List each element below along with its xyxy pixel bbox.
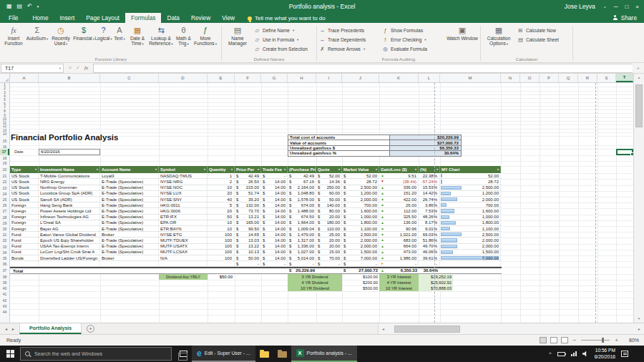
table-row[interactable]: US StockNorthrop GrummanE-Trade (Specula… [0,185,502,191]
cell-account[interactable]: E-Trade (Speculative) [100,197,159,202]
cell-symbol[interactable]: N/A [159,255,208,260]
table-total-row[interactable]: Total$20,229.99$27,000.72▲6,350.3330.64% [0,267,502,274]
cell-symbol[interactable]: NYSE:SNY [159,197,208,202]
create-from-selection-button[interactable]: ▱ Create from Selection [253,44,314,54]
page-break-view-button[interactable] [561,337,568,343]
table-column-header[interactable]: Trade Fee▾ [261,166,288,174]
cell-symbol[interactable]: ETR:IFX [159,215,208,220]
cell-chart[interactable]: 2,000.00 [440,197,501,202]
column-header-L[interactable]: L [419,74,440,82]
cell-qty[interactable]: 10 [208,226,235,231]
cell-name[interactable]: Epoch US Eqty Shareholder [39,238,100,243]
cell-symbol[interactable]: EPA:OR [159,220,208,225]
cell-name[interactable]: NRG Energy [39,179,100,184]
table-row[interactable]: ForeignHang Seng BankE-Trade (Speculativ… [0,202,502,208]
row-header-44[interactable]: 44 [0,309,9,315]
signed-in-user[interactable]: Jose Leyva [565,3,595,10]
row-header-20[interactable]: 20 [0,166,9,174]
cell-qty[interactable]: 20 [208,191,235,196]
cell-qty[interactable]: 100 [208,255,235,260]
row-header-41[interactable]: 41 [0,291,9,297]
table-column-header[interactable]: (Purchase Price)▾ [288,166,316,174]
cell-gain[interactable]: ▲112.00 [379,208,419,213]
dividend-label-cell[interactable]: 3 YR Dividend [288,274,342,280]
cell-price[interactable]: $13.21 [235,215,261,220]
table-row[interactable]: US StockSanofi SA (ADR)E-Trade (Speculat… [0,197,502,202]
cancel-icon[interactable]: × [69,65,72,71]
cell-symbol[interactable]: MUTF:LCSAX [159,250,208,255]
cell-account[interactable]: E-Trade (Speculative) [100,238,159,243]
taskbar-app-folder[interactable] [273,346,291,362]
cell-type[interactable]: Fund [10,232,39,237]
cell-chart[interactable]: 1,600.00 [440,208,501,213]
row-header-33[interactable]: 33 [0,244,9,250]
row-header-30[interactable]: 30 [0,226,9,232]
table-column-header[interactable]: MY Chart▾ [440,166,501,174]
formula-input[interactable] [93,64,633,73]
cell-type[interactable]: Foreign [10,202,39,207]
row-header-31[interactable]: 31 [0,232,9,238]
cell-price[interactable]: $39.20 [235,197,261,202]
column-header-C[interactable]: C [100,74,159,82]
date-time-button[interactable]: ▦ Date & Time▾ [127,24,148,56]
financial-button[interactable]: $ Financial▾ [73,24,94,56]
logical-button[interactable]: ? Logical▾ [94,24,112,56]
cell-chart[interactable]: 1,500.00 [440,250,501,255]
cell-quote[interactable]: $50.00 [316,197,342,202]
cell-quote[interactable]: $250.00 [316,185,342,190]
cell-quote[interactable]: $52.00 [316,173,342,178]
cell-pct[interactable]: 9.01% [419,226,440,231]
battery-icon[interactable] [557,352,565,356]
cell-qty[interactable]: 100 [208,232,235,237]
scroll-right-icon[interactable]: ► [635,327,644,331]
cell-gain[interactable]: ▲1,986.00 [379,255,419,260]
horizontal-scrollbar[interactable]: ◄ ► [378,323,644,334]
cell-market[interactable]: $2,000.00 [342,197,379,202]
row-header-18[interactable]: 18 [0,155,9,162]
cell-quote[interactable]: $- [316,261,342,266]
maximize-button[interactable]: □ [625,4,628,10]
table-column-header[interactable]: Gain/Loss ($)▾ [379,166,419,174]
cell-qty[interactable]: 100 [208,244,235,249]
dividend-value-cell[interactable]: $100.00 [342,274,379,280]
cell-chart[interactable]: 2,000.00 [440,238,501,243]
cell-purchase[interactable]: $1,479.00 [288,232,316,237]
cell-qty[interactable]: 100 [208,238,235,243]
vertical-scrollbar[interactable]: ▲ ▼ [633,74,644,323]
row-header-25[interactable]: 25 [0,197,9,202]
cell-purchase[interactable]: $1,048.80 [288,191,316,196]
row-header-42[interactable]: 42 [0,298,9,303]
dividend-value-cell[interactable]: $500.00 [342,285,379,291]
cell-market[interactable]: $1,200.00 [342,191,379,196]
interest-label-cell[interactable]: 3 YR Interest [379,274,419,280]
cell-purchase[interactable]: $1,027.00 [288,250,316,255]
tab-home[interactable]: Home [26,13,54,23]
vertical-scroll-thumb[interactable] [635,84,643,127]
interest-value-cell[interactable]: $70,888.03 [419,285,453,291]
cell-type[interactable]: US Stock [10,197,39,202]
table-row[interactable]: BondsDiversified Ladder US/ForeignBroker… [0,255,502,261]
cell-purchase[interactable]: $1,578.00 [288,197,316,202]
cell-market[interactable]: $700.00 [342,202,379,207]
cell-chart[interactable]: 52.00 [440,173,501,178]
column-header-I[interactable]: I [316,74,342,82]
row-header-24[interactable]: 24 [0,191,9,197]
table-row[interactable]: US StockLuxottica Group SpA (ADR)E-Trade… [0,191,502,197]
cell-gain[interactable]: ▲325.50 [379,215,419,220]
row-header-35[interactable]: 35 [0,255,9,261]
cell-fee[interactable]: $14.00 [261,255,288,260]
lookup-reference-button[interactable]: ⇆ Lookup & Reference▾ [148,24,174,56]
cell-symbol[interactable]: HKG:0011 [159,202,208,207]
cell-quote[interactable]: $80.00 [316,208,342,213]
cell-price[interactable]: $73.70 [235,208,261,213]
calculate-sheet-button[interactable]: ▤ Calculate Sheet [516,35,569,44]
cell-gain[interactable]: ▲26.00 [379,202,419,207]
cell-fee[interactable]: $- [261,173,288,178]
trace-dependents-button[interactable]: ← Trace Dependents [318,35,381,44]
calculation-options-button[interactable]: ▦ Calculation Options▾ [482,24,516,56]
dividend-acc-value-cell[interactable]: $50.00 [208,274,235,280]
row-header-23[interactable]: 23 [0,185,9,191]
cell-purchase[interactable]: $67.16 [288,179,316,184]
cell-market[interactable]: $1,600.00 [342,208,379,213]
cell-quote[interactable]: $20.00 [316,244,342,249]
